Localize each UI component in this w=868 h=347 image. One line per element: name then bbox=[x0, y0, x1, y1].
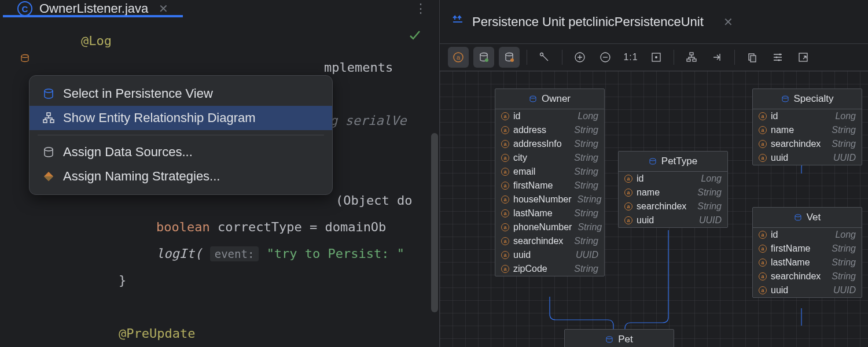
field-type: String bbox=[574, 125, 598, 135]
entity-pet[interactable]: Pet bbox=[564, 329, 674, 347]
entity-field[interactable]: alastNameString bbox=[495, 206, 604, 220]
entity-field[interactable]: ahouseNumberString bbox=[495, 193, 604, 206]
tool-zoom-in-icon[interactable] bbox=[569, 47, 590, 68]
attribute-field-icon: a bbox=[501, 237, 509, 245]
entity-field[interactable]: aidLong bbox=[753, 109, 862, 123]
toolbar-separator bbox=[527, 50, 527, 65]
svg-point-30 bbox=[606, 337, 612, 339]
field-type: String bbox=[697, 201, 722, 212]
field-name: uuid bbox=[771, 285, 788, 296]
tool-layout-icon[interactable] bbox=[681, 47, 702, 68]
tool-zoom-out-icon[interactable] bbox=[595, 47, 616, 68]
tool-db-icon[interactable] bbox=[473, 47, 494, 68]
entity-field[interactable]: alastNameString bbox=[753, 256, 862, 270]
editor-pane: C OwnerListener.java ✕ ⋮ @Log mplements … bbox=[0, 0, 440, 347]
field-name: address bbox=[513, 125, 546, 135]
menu-select-persistence-view[interactable]: Select in Persistence View bbox=[30, 82, 332, 106]
entity-field[interactable]: asearchindexString bbox=[495, 234, 604, 248]
entity-header: PetType bbox=[619, 152, 727, 172]
entity-field[interactable]: asearchindexString bbox=[753, 270, 862, 283]
field-type: String bbox=[832, 125, 856, 135]
persistence-unit-title: Persistence Unit petclinicPersistenceUni… bbox=[472, 14, 704, 29]
id-field-icon: a bbox=[624, 175, 632, 183]
field-type: String bbox=[578, 194, 602, 205]
entity-name: Specialty bbox=[794, 93, 834, 105]
attribute-field-icon: a bbox=[501, 140, 509, 148]
menu-label: Assign Naming Strategies... bbox=[63, 169, 220, 184]
entity-field[interactable]: aaddressInfoString bbox=[495, 137, 604, 151]
db-icon bbox=[42, 87, 55, 100]
attribute-field-icon: a bbox=[759, 259, 767, 267]
attribute-field-icon: a bbox=[501, 195, 509, 204]
menu-label: Assign Data Sources... bbox=[63, 145, 193, 160]
entity-field[interactable]: afirstNameString bbox=[495, 179, 604, 193]
field-name: uuid bbox=[771, 153, 788, 163]
inspection-ok-icon[interactable] bbox=[408, 29, 422, 45]
entity-field[interactable]: anameString bbox=[753, 123, 862, 137]
tab-overflow-menu[interactable]: ⋮ bbox=[414, 1, 428, 16]
persistence-tab-bar: Persistence Unit petclinicPersistenceUni… bbox=[440, 0, 868, 43]
tool-route-icon[interactable] bbox=[534, 47, 555, 68]
entity-field[interactable]: aidLong bbox=[619, 172, 727, 186]
svg-rect-18 bbox=[687, 59, 690, 61]
id-field-icon: a bbox=[759, 231, 767, 239]
persistence-upload-icon[interactable] bbox=[451, 14, 464, 30]
tool-annotation-icon[interactable]: a bbox=[448, 47, 469, 68]
field-type: String bbox=[574, 236, 598, 246]
tool-copy-icon[interactable] bbox=[742, 47, 763, 68]
entity-field[interactable]: aemailString bbox=[495, 165, 604, 179]
svg-text:a: a bbox=[457, 54, 461, 61]
entity-field[interactable]: auuidUUID bbox=[495, 248, 604, 262]
menu-show-erd[interactable]: Show Entity Relationship Diagram bbox=[30, 106, 332, 130]
tool-db-modified-icon[interactable] bbox=[499, 47, 520, 68]
svg-point-28 bbox=[782, 96, 788, 98]
entity-field[interactable]: auuidUUID bbox=[753, 151, 862, 165]
tool-apply-layout-icon[interactable] bbox=[707, 47, 727, 68]
entity-field[interactable]: aidLong bbox=[753, 228, 862, 242]
entity-field[interactable]: aphoneNumberString bbox=[495, 220, 604, 234]
svg-point-8 bbox=[480, 53, 487, 56]
tool-zoom-reset[interactable]: 1:1 bbox=[620, 47, 641, 68]
entity-field[interactable]: azipCodeString bbox=[495, 262, 604, 276]
entity-vet[interactable]: Vet aidLongafirstNameStringalastNameStri… bbox=[752, 207, 862, 298]
er-diagram-canvas[interactable]: Owner aidLongaaddressStringaaddressInfoS… bbox=[440, 71, 868, 347]
field-type: Long bbox=[701, 174, 722, 184]
entity-pettype[interactable]: PetType aidLonganameStringasearchindexSt… bbox=[618, 151, 728, 228]
entity-field[interactable]: anameString bbox=[619, 186, 727, 200]
editor-scrollbar[interactable] bbox=[431, 133, 438, 312]
gutter-entity-icon[interactable] bbox=[20, 53, 30, 66]
tool-export-icon[interactable] bbox=[793, 47, 814, 68]
class-icon: C bbox=[17, 1, 32, 16]
svg-point-16 bbox=[655, 56, 657, 58]
entity-field[interactable]: auuidUUID bbox=[619, 213, 727, 227]
diagram-icon bbox=[42, 112, 55, 124]
svg-rect-3 bbox=[43, 120, 47, 123]
field-type: String bbox=[578, 222, 602, 232]
entity-field[interactable]: asearchindexString bbox=[619, 200, 727, 213]
entity-field[interactable]: asearchindexString bbox=[753, 137, 862, 151]
field-type: String bbox=[832, 271, 856, 282]
field-name: phoneNumber bbox=[513, 222, 572, 232]
entity-field[interactable]: aidLong bbox=[495, 109, 604, 123]
entity-field[interactable]: afirstNameString bbox=[753, 242, 862, 256]
menu-assign-data-sources[interactable]: Assign Data Sources... bbox=[30, 140, 332, 164]
tool-settings-icon[interactable] bbox=[767, 47, 788, 68]
entity-field[interactable]: auuidUUID bbox=[753, 283, 862, 297]
close-tab-icon[interactable]: ✕ bbox=[159, 2, 168, 16]
tool-fit-content-icon[interactable] bbox=[646, 47, 667, 68]
entity-specialty[interactable]: Specialty aidLonganameStringasearchindex… bbox=[752, 88, 862, 165]
entity-field[interactable]: acityString bbox=[495, 151, 604, 165]
entity-field[interactable]: aaddressString bbox=[495, 123, 604, 137]
close-tab-icon[interactable]: ✕ bbox=[723, 15, 733, 29]
field-type: String bbox=[832, 243, 856, 254]
entity-fields-specialty: aidLonganameStringasearchindexStringauui… bbox=[753, 109, 862, 165]
field-name: id bbox=[771, 111, 778, 121]
field-type: UUID bbox=[699, 215, 722, 226]
entity-owner[interactable]: Owner aidLongaaddressStringaaddressInfoS… bbox=[495, 88, 605, 276]
field-type: String bbox=[697, 187, 722, 198]
persistence-pane: Persistence Unit petclinicPersistenceUni… bbox=[440, 0, 868, 347]
attribute-field-icon: a bbox=[759, 140, 767, 148]
toolbar-separator bbox=[674, 50, 674, 65]
menu-assign-naming-strategies[interactable]: Assign Naming Strategies... bbox=[30, 164, 332, 189]
file-tab[interactable]: C OwnerListener.java ✕ bbox=[12, 0, 174, 17]
